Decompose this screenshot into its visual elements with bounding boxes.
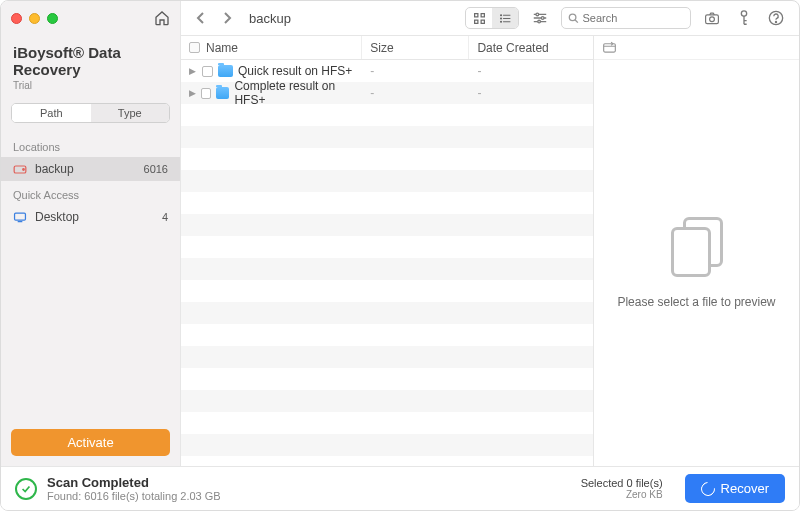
breadcrumb: backup	[249, 11, 291, 26]
col-size-label: Size	[370, 41, 393, 55]
svg-point-19	[710, 17, 715, 22]
col-date[interactable]: Date Created	[469, 36, 593, 59]
svg-point-14	[541, 17, 544, 20]
table-header: Name Size Date Created	[181, 36, 593, 60]
col-date-label: Date Created	[477, 41, 548, 55]
minimize-window-button[interactable]	[29, 13, 40, 24]
license-label: Trial	[13, 80, 168, 91]
disclosure-triangle-icon[interactable]: ▶	[189, 66, 197, 76]
row-checkbox[interactable]	[202, 66, 213, 77]
preview-body: Please select a file to preview	[617, 60, 775, 466]
file-stack-icon	[671, 217, 723, 277]
table-row-empty	[181, 434, 593, 456]
table-row-empty	[181, 324, 593, 346]
preview-toolbar	[594, 36, 799, 60]
sidebar-item-desktop[interactable]: Desktop4	[1, 205, 180, 229]
tab-type[interactable]: Type	[91, 104, 170, 122]
sidebar-item-label: backup	[35, 162, 74, 176]
tab-path[interactable]: Path	[12, 104, 91, 122]
table-row-empty	[181, 258, 593, 280]
preview-export-icon[interactable]	[602, 41, 617, 54]
svg-point-25	[775, 21, 776, 22]
svg-rect-3	[481, 20, 484, 23]
brand: iBoysoft® Data Recovery Trial	[1, 36, 180, 95]
table-row-empty	[181, 170, 593, 192]
quick-access-header: Quick Access	[1, 181, 180, 205]
svg-point-16	[569, 14, 576, 21]
drive-icon	[13, 162, 27, 176]
nav-forward-button[interactable]	[219, 11, 235, 25]
svg-point-13	[536, 13, 539, 16]
locations-header: Locations	[1, 133, 180, 157]
file-list-panel: Name Size Date Created ▶Quick result on …	[181, 36, 594, 466]
selection-count: Selected 0 file(s)	[581, 477, 663, 489]
sidebar-item-count: 6016	[144, 163, 168, 175]
table-row[interactable]: ▶Complete result on HFS+--	[181, 82, 593, 104]
folder-icon	[218, 65, 233, 77]
scan-status: Scan Completed Found: 6016 file(s) total…	[47, 475, 221, 502]
recover-label: Recover	[721, 481, 769, 496]
grid-view-button[interactable]	[466, 8, 492, 28]
app-window: backup	[0, 0, 800, 511]
row-checkbox[interactable]	[201, 88, 211, 99]
svg-rect-1	[481, 13, 484, 16]
row-name: Complete result on HFS+	[234, 79, 354, 107]
close-window-button[interactable]	[11, 13, 22, 24]
sidebar-item-backup[interactable]: backup6016	[1, 157, 180, 181]
table-row-empty	[181, 346, 593, 368]
app-title: iBoysoft® Data Recovery	[13, 44, 168, 78]
svg-point-8	[500, 18, 501, 19]
svg-point-27	[23, 168, 25, 170]
preview-message: Please select a file to preview	[617, 295, 775, 309]
select-all-checkbox[interactable]	[189, 42, 200, 53]
table-row-empty	[181, 192, 593, 214]
recover-button[interactable]: Recover	[685, 474, 785, 503]
sidebar-tabs: Path Type	[11, 103, 170, 123]
table-row-empty	[181, 390, 593, 412]
svg-point-9	[500, 21, 501, 22]
folder-icon	[216, 87, 229, 99]
disclosure-triangle-icon[interactable]: ▶	[189, 88, 196, 98]
svg-point-20	[741, 11, 746, 16]
table-row-empty	[181, 236, 593, 258]
row-size: -	[362, 60, 469, 82]
key-button[interactable]	[733, 7, 755, 29]
selection-status: Selected 0 file(s) Zero KB	[581, 477, 663, 500]
col-size[interactable]: Size	[362, 36, 469, 59]
desktop-icon	[13, 210, 27, 224]
toolbar: backup	[181, 7, 799, 29]
content-body: iBoysoft® Data Recovery Trial Path Type …	[1, 36, 799, 466]
col-name[interactable]: Name	[181, 36, 362, 59]
svg-point-7	[500, 14, 501, 15]
status-bar: Scan Completed Found: 6016 file(s) total…	[1, 466, 799, 510]
svg-line-17	[575, 20, 578, 23]
view-mode-toggle	[465, 7, 519, 29]
row-date: -	[469, 60, 593, 82]
row-size: -	[362, 82, 469, 104]
table-row-empty	[181, 104, 593, 126]
list-view-button[interactable]	[492, 8, 518, 28]
help-button[interactable]	[765, 7, 787, 29]
camera-button[interactable]	[701, 7, 723, 29]
search-field[interactable]	[561, 7, 691, 29]
svg-rect-2	[474, 20, 477, 23]
col-name-label: Name	[206, 41, 238, 55]
nav-back-button[interactable]	[193, 11, 209, 25]
check-circle-icon	[15, 478, 37, 500]
sidebar-item-label: Desktop	[35, 210, 79, 224]
svg-rect-0	[474, 13, 477, 16]
window-controls	[11, 13, 58, 24]
svg-rect-30	[604, 44, 616, 52]
table-row-empty	[181, 412, 593, 434]
row-name: Quick result on HFS+	[238, 64, 352, 78]
activate-button[interactable]: Activate	[11, 429, 170, 456]
selection-size: Zero KB	[581, 489, 663, 500]
home-button[interactable]	[154, 10, 170, 26]
row-date: -	[469, 82, 593, 104]
table-body: ▶Quick result on HFS+--▶Complete result …	[181, 60, 593, 466]
filter-button[interactable]	[529, 7, 551, 29]
table-row-empty	[181, 280, 593, 302]
zoom-window-button[interactable]	[47, 13, 58, 24]
table-row-empty	[181, 302, 593, 324]
search-input[interactable]	[583, 12, 685, 24]
